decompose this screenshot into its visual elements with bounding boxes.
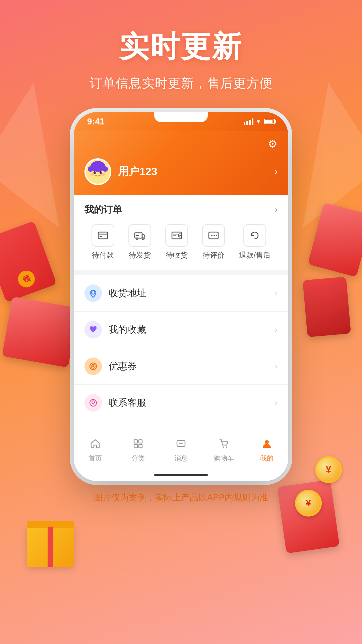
phone-body: 我的订单 › 待付款 [74,195,288,481]
menu-label-coupon: 优惠券 [109,360,275,373]
menu-item-favorites[interactable]: 我的收藏 › [74,312,288,348]
cart-nav-icon [219,438,229,452]
nav-label-mine: 我的 [260,454,274,463]
refund-icon [243,224,266,247]
hero-title: 实时更新 [119,27,243,67]
footer-disclaimer: 图片仅为案例，实际上产品以APP内规则为准 [94,492,268,517]
pending-receive-icon [165,224,188,247]
svg-rect-26 [134,440,137,443]
nav-label-home: 首页 [88,454,102,463]
favorites-icon [84,321,102,338]
order-item-pending-payment[interactable]: 待付款 [92,224,114,260]
svg-point-34 [223,446,224,448]
svg-point-25 [93,405,94,405]
avatar [84,158,111,185]
battery-icon [264,119,275,124]
status-icons: ▾ [244,117,275,125]
svg-point-21 [92,291,95,294]
user-row[interactable]: 用户123 › [84,158,278,185]
svg-rect-29 [139,444,142,448]
nav-item-message[interactable]: 消息 [160,432,202,469]
address-icon [84,284,102,302]
order-label-pending-ship: 待发货 [129,250,151,260]
order-icons-row: 待付款 待发货 [84,224,278,260]
content-spacer [74,421,288,432]
svg-rect-27 [139,440,142,443]
phone-header: ⚙ [74,131,288,195]
svg-rect-11 [100,236,102,237]
svg-point-32 [180,443,182,444]
pending-ship-icon [128,224,151,247]
svg-point-31 [179,443,180,444]
svg-point-9 [101,173,105,176]
user-info: 用户123 [84,158,157,185]
nav-item-home[interactable]: 首页 [74,432,117,469]
order-item-pending-receive[interactable]: 待收货 [165,224,188,260]
order-section-title: 我的订单 [84,203,122,216]
pending-payment-icon [92,224,114,247]
settings-icon[interactable]: ⚙ [268,138,278,150]
nav-label-message: 消息 [174,454,188,463]
order-label-refund: 退款/售后 [239,250,270,260]
menu-item-service[interactable]: 联系客服 › [74,385,288,421]
username: 用户123 [118,164,157,179]
mine-nav-icon [261,438,272,452]
svg-point-19 [214,235,215,236]
gift-box-decoration [20,517,80,570]
svg-point-7 [101,171,102,172]
user-chevron-icon: › [275,166,278,177]
svg-point-5 [100,171,102,174]
nav-label-cart: 购物车 [214,454,234,463]
menu-label-service: 联系客服 [109,396,275,409]
svg-point-6 [95,171,96,172]
order-section-header[interactable]: 我的订单 › [84,203,278,216]
order-chevron-icon: › [275,205,278,214]
order-section: 我的订单 › 待付款 [74,195,288,270]
page-wrapper: 实时更新 订单信息实时更新，售后更方便 9:41 ▾ [0,0,362,517]
bottom-nav: 首页 分类 [74,432,288,469]
nav-item-category[interactable]: 分类 [117,432,160,469]
order-label-pending-review: 待评价 [202,250,225,260]
order-item-pending-review[interactable]: 待评价 [202,224,225,260]
phone-mockup: 9:41 ▾ ⚙ [74,112,288,481]
home-indicator [74,469,288,481]
phone-notch [154,112,208,122]
svg-point-24 [92,365,94,367]
svg-rect-10 [98,232,108,239]
wifi-icon: ▾ [257,117,260,125]
menu-label-address: 收货地址 [109,287,275,300]
menu-chevron-service: › [275,398,278,408]
category-nav-icon [133,438,143,452]
svg-point-8 [90,173,95,176]
home-bar [154,474,208,476]
svg-point-18 [211,235,213,236]
menu-chevron-address: › [275,288,278,298]
svg-point-36 [265,440,269,444]
order-item-refund[interactable]: 退款/售后 [239,224,270,260]
order-label-pending-payment: 待付款 [92,250,114,260]
svg-point-4 [94,171,96,174]
nav-item-cart[interactable]: 购物车 [202,432,245,469]
menu-section: 收货地址 › 我的收藏 › [74,275,288,421]
svg-point-20 [216,235,217,236]
status-time: 9:41 [87,116,105,127]
hero-subtitle: 订单信息实时更新，售后更方便 [89,75,273,92]
svg-point-35 [226,446,227,448]
menu-chevron-coupon: › [275,362,278,371]
order-label-pending-receive: 待收货 [166,250,188,260]
settings-row: ⚙ [84,138,278,150]
menu-item-coupon[interactable]: 优惠券 › [74,348,288,385]
nav-item-mine[interactable]: 我的 [245,432,288,469]
svg-point-3 [103,166,108,172]
menu-label-favorites: 我的收藏 [109,323,275,336]
nav-label-category: 分类 [131,454,145,463]
svg-rect-28 [134,444,137,448]
svg-point-2 [88,166,93,172]
coupon-icon [84,358,102,375]
message-nav-icon [176,438,186,452]
svg-point-33 [182,443,183,444]
svg-point-14 [142,238,144,240]
order-item-pending-ship[interactable]: 待发货 [128,224,151,260]
menu-item-address[interactable]: 收货地址 › [74,275,288,312]
svg-point-13 [136,238,138,240]
